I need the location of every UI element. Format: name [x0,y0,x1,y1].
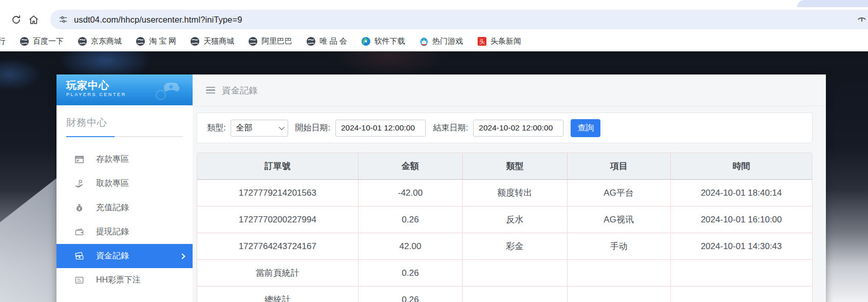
browser-toolbar: usdt04.com/hhcp/usercenter.html?iniType=… [0,8,868,31]
table-cell: 2024-10-01 14:30:43 [671,233,812,260]
table-cell [463,260,567,287]
query-button[interactable]: 查詢 [571,119,600,137]
sidebar-item-label: 充值記錄 [96,202,129,213]
start-date-input[interactable]: 2024-10-01 12:00:00 [335,120,426,137]
globe-favicon-icon [136,36,145,46]
sidebar-item-deposit[interactable]: 存款專區 [56,147,193,172]
sidebar-item-withdraw[interactable]: 取款專區 [56,172,193,196]
bookmarks-bar: 行百度一下京东商城淘 宝 网天猫商城阿里巴巴唯 品 会软件下载热门游戏头头条新闻 [0,31,868,51]
finance-center-label: 財務中心 [66,116,183,129]
bookmark-label: 行 [0,36,6,46]
table-cell: 1727779214201563 [197,180,358,206]
bookmark-item[interactable]: 京东商城 [78,36,122,46]
table-cell: 反水 [463,206,567,233]
sidebar-menu: 存款專區取款專區充值記錄提現記錄資金記錄HH彩票下注 [56,137,193,292]
withdraw-icon [74,179,84,188]
main-header: 資金記錄 [193,74,826,106]
finance-section: 財務中心 [56,105,193,137]
sidebar-item-label: HH彩票下注 [96,275,141,286]
lottery-bet-icon [74,275,84,285]
table-cell: -42.00 [358,180,463,206]
site-info-icon[interactable] [59,15,68,24]
table-cell: 2024-10-01 16:10:00 [671,206,812,233]
table-header-cell: 類型 [463,153,567,180]
table-cell: 彩金 [463,233,567,260]
sidebar: 玩家中心 PLAYERS CENTER 財務中心 存 [56,74,193,302]
bookmark-label: 头条新闻 [490,36,521,46]
table-cell: 0.26 [358,287,463,302]
end-date-label: 結束日期: [433,123,468,134]
chevron-down-icon [279,124,285,130]
bookmark-label: 天猫商城 [203,36,234,46]
bookmark-item[interactable]: 热门游戏 [419,36,463,46]
type-select-value: 全部 [236,123,252,134]
sidebar-item-label: 存款專區 [96,154,129,165]
filter-bar: 類型: 全部 開始日期: 2024-10-01 12:00:00 結束日期: 2… [197,112,813,143]
bookmark-item[interactable]: 阿里巴巴 [248,36,292,46]
reload-icon[interactable] [7,11,25,28]
table-body: 1727779214201563-42.00额度转出AG平台2024-10-01… [197,180,812,302]
bookmark-item[interactable]: 行 [0,36,6,46]
globe-favicon-icon [78,36,87,46]
globe-favicon-icon [306,36,316,46]
url-text[interactable]: usdt04.com/hhcp/usercenter.html?iniType=… [74,15,242,25]
bookmark-label: 软件下载 [374,36,405,46]
table-cell: 當前頁統計 [197,260,358,287]
page-title: 資金記錄 [222,84,258,97]
table-cell: AG平台 [568,180,671,206]
table-row: 172776424372416742.00彩金手动2024-10-01 14:3… [197,233,812,260]
bookmark-label: 阿里巴巴 [261,36,292,46]
table-cell: 手动 [568,233,671,260]
deposit-icon [74,155,84,164]
hamburger-icon[interactable] [206,87,215,94]
table-cell: 1727770200227994 [197,206,358,233]
bookmark-item[interactable]: 软件下载 [361,36,405,46]
home-icon[interactable] [25,11,42,28]
start-date-label: 開始日期: [295,123,330,134]
table-cell: AG视讯 [568,206,671,233]
browser-chrome: usdt04.com/hhcp/usercenter.html?iniType=… [0,0,868,51]
end-date-input[interactable]: 2024-10-02 12:00:00 [473,120,563,137]
bookmark-item[interactable]: 天猫商城 [190,36,234,46]
bookmark-item[interactable]: 淘 宝 网 [136,36,176,46]
table-row: 當前頁統計0.26 [197,260,812,287]
table-header-cell: 訂單號 [197,153,358,180]
url-bar[interactable]: usdt04.com/hhcp/usercenter.html?iniType=… [50,10,868,29]
table-cell: 2024-10-01 18:40:14 [671,180,812,206]
bookmark-label: 热门游戏 [432,36,463,46]
tab-bottom-edge [797,0,868,7]
bookmark-item[interactable]: 百度一下 [20,36,64,46]
bookmark-item[interactable]: 头头条新闻 [477,36,521,46]
funds-table: 訂單號金額類型項目時間 1727779214201563-42.00额度转出AG… [197,153,812,302]
table-cell [568,260,671,287]
recharge-record-icon [74,203,84,213]
table-cell: 0.26 [358,260,463,287]
table-cell [463,287,567,302]
table-row: 17277702002279940.26反水AG视讯2024-10-01 16:… [197,206,812,233]
sidebar-item-withdrawal-record[interactable]: 提現記錄 [56,220,193,244]
url-action-icon[interactable] [857,14,867,25]
bookmark-item[interactable]: 唯 品 会 [306,36,347,46]
fund-record-icon [74,251,84,261]
type-label: 類型: [207,123,225,134]
table-header-cell: 金額 [358,153,463,180]
sidebar-item-lottery-bet[interactable]: HH彩票下注 [56,268,193,292]
main-panel: 資金記錄 類型: 全部 開始日期: 2024-10-01 12:00:00 結束 [193,74,826,302]
table-row: 1727779214201563-42.00额度转出AG平台2024-10-01… [197,180,812,206]
gamepad-icon [152,78,188,103]
table-header-row: 訂單號金額類型項目時間 [197,153,812,180]
content-card: 玩家中心 PLAYERS CENTER 財務中心 存 [56,74,826,302]
start-date-value: 2024-10-01 12:00:00 [341,123,415,133]
table-cell: 42.00 [358,233,463,260]
sidebar-item-recharge-record[interactable]: 充值記錄 [56,196,193,220]
screen: usdt04.com/hhcp/usercenter.html?iniType=… [0,0,868,302]
table-cell: 1727764243724167 [197,233,358,260]
table-cell [671,287,812,302]
table-cell: 额度转出 [463,180,567,206]
sidebar-item-label: 資金記錄 [96,251,129,261]
globe-favicon-icon [190,36,200,46]
sidebar-item-fund-record[interactable]: 資金記錄 [56,244,193,268]
type-select[interactable]: 全部 [231,120,288,137]
bookmark-label: 唯 品 会 [319,36,347,46]
globe-favicon-icon [20,36,29,46]
